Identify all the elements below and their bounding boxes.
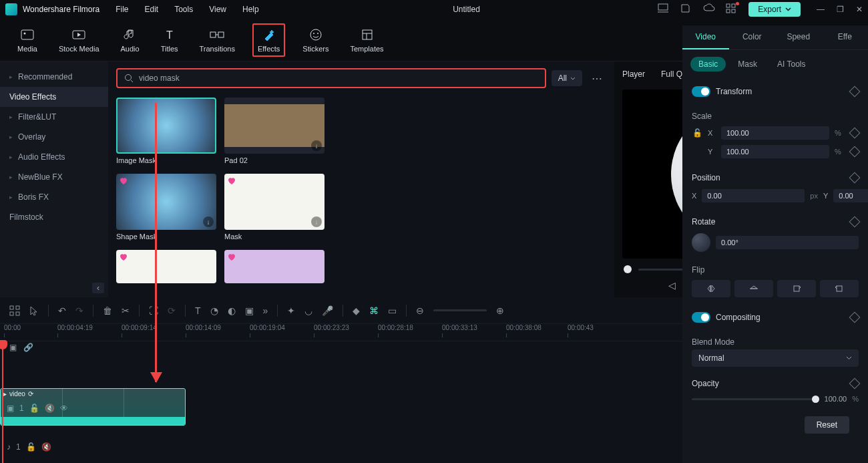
tab-effects[interactable]: Effects [252, 23, 285, 57]
tl-color-icon[interactable]: ◐ [228, 305, 236, 316]
svg-rect-6 [21, 30, 33, 39]
keyframe-icon[interactable] [849, 146, 861, 158]
tl-split-icon[interactable]: ✂ [122, 305, 130, 316]
tab-templates[interactable]: Templates [346, 25, 387, 55]
insp-tab-color[interactable]: Color [729, 25, 776, 49]
effect-image-mask[interactable]: Image Mask [116, 98, 216, 164]
insp-sub-basic[interactable]: Basic [690, 57, 726, 71]
window-minimize[interactable]: — [817, 5, 825, 14]
tl-redo-icon[interactable]: ↷ [75, 305, 83, 316]
flip-horizontal-button[interactable] [692, 280, 730, 297]
effect-item-6[interactable] [224, 250, 324, 283]
insp-tab-speed[interactable]: Speed [775, 25, 822, 49]
flip-rotate-cw-button[interactable] [777, 280, 816, 297]
device-icon[interactable] [658, 3, 670, 15]
insp-sub-ai-tools[interactable]: AI Tools [769, 57, 813, 71]
opacity-slider[interactable] [692, 398, 819, 400]
menu-tools[interactable]: Tools [174, 5, 193, 14]
effect-shape-mask[interactable]: ↓ Shape Mask [116, 174, 216, 241]
tl-mic-icon[interactable]: 🎤 [322, 305, 333, 316]
tab-transitions[interactable]: Transitions [196, 25, 239, 55]
keyframe-icon[interactable] [849, 378, 861, 390]
menu-file[interactable]: File [116, 5, 128, 14]
rotate-dial[interactable] [692, 233, 710, 252]
tl-magnet-icon[interactable]: ⌘ [369, 305, 379, 316]
tl-overflow-icon[interactable]: » [263, 305, 268, 316]
scale-y-input[interactable] [721, 145, 829, 158]
filter-all-dropdown[interactable]: All [552, 70, 582, 86]
tl-zoom-in-icon[interactable]: ⊕ [496, 305, 504, 316]
sidebar-item-video-effects[interactable]: Video Effects [0, 87, 108, 107]
sidebar-item-audio-effects[interactable]: ▸Audio Effects [0, 147, 108, 167]
timeline-clip[interactable]: ▸video⟳ [0, 388, 186, 426]
reset-button[interactable]: Reset [805, 416, 849, 434]
export-button[interactable]: Export [748, 2, 801, 17]
menu-view[interactable]: View [209, 5, 226, 14]
apps-grid-icon[interactable] [726, 3, 738, 15]
sidebar-collapse-button[interactable]: ‹ [92, 283, 104, 293]
rotate-input[interactable] [716, 236, 859, 249]
tab-titles[interactable]: TTitles [157, 25, 182, 55]
pos-x-input[interactable] [702, 189, 805, 202]
tl-undo-icon[interactable]: ↶ [58, 305, 66, 316]
tab-stickers[interactable]: Stickers [298, 25, 333, 55]
tl-delete-icon[interactable]: 🗑 [103, 305, 112, 316]
more-options-icon[interactable]: ⋯ [588, 72, 606, 85]
effect-mask[interactable]: ↓ Mask [224, 174, 324, 241]
menu-help[interactable]: Help [242, 5, 259, 14]
tl-cursor-icon[interactable] [29, 305, 39, 316]
transform-toggle[interactable] [692, 86, 710, 97]
sidebar-item-boris-fx[interactable]: ▸Boris FX [0, 187, 108, 207]
scale-x-input[interactable] [721, 126, 829, 140]
compositing-toggle[interactable] [692, 312, 710, 323]
tl-retime-icon[interactable]: ◔ [210, 305, 218, 316]
tl-speed-icon[interactable]: ⟳ [168, 305, 176, 316]
pos-y-input[interactable] [833, 189, 868, 202]
tl-zoom-slider[interactable] [433, 309, 487, 311]
sidebar-item-filmstock[interactable]: Filmstock [0, 207, 108, 227]
keyframe-icon[interactable] [849, 216, 861, 228]
insp-sub-mask[interactable]: Mask [730, 57, 765, 71]
window-close[interactable]: ✕ [856, 5, 863, 14]
tl-grid-icon[interactable] [9, 305, 20, 316]
tl-fit-icon[interactable]: ▣ [9, 343, 17, 352]
tl-marker-icon[interactable]: ◆ [353, 305, 360, 316]
sidebar-item-recommended[interactable]: ▸Recommended [0, 67, 108, 87]
tl-rect-icon[interactable]: ▭ [388, 305, 397, 316]
flip-vertical-button[interactable] [734, 280, 773, 297]
keyframe-icon[interactable] [849, 86, 861, 98]
tl-scale-icon[interactable]: ▣ [245, 305, 254, 316]
keyframe-icon[interactable] [849, 312, 861, 323]
window-maximize[interactable]: ❐ [837, 5, 844, 14]
tl-link-icon[interactable]: 🔗 [23, 343, 33, 352]
prev-edit-icon[interactable]: ◁ [668, 280, 676, 291]
track-mute-icon[interactable]: 🔇 [41, 442, 51, 452]
sidebar-item-filter-lut[interactable]: ▸Filter&LUT [0, 107, 108, 127]
menu-edit[interactable]: Edit [145, 5, 159, 14]
keyframe-icon[interactable] [849, 128, 861, 139]
sidebar-item-overlay[interactable]: ▸Overlay [0, 127, 108, 147]
effect-item-5[interactable] [116, 250, 216, 283]
tl-crop-icon[interactable]: ⛶ [149, 305, 158, 316]
scrub-playhead[interactable] [624, 265, 632, 273]
search-input[interactable] [139, 73, 538, 83]
cloud-icon[interactable] [703, 3, 715, 15]
sidebar-item-newblue-fx[interactable]: ▸NewBlue FX [0, 167, 108, 187]
lock-icon[interactable]: 🔓 [692, 128, 702, 138]
timeline-playhead[interactable] [2, 341, 3, 463]
blend-mode-dropdown[interactable]: Normal [692, 349, 859, 367]
save-icon[interactable] [680, 3, 692, 15]
keyframe-icon[interactable] [849, 172, 861, 184]
insp-tab-effects[interactable]: Effe [822, 25, 869, 49]
tl-sparkle-icon[interactable]: ✦ [287, 305, 295, 316]
insp-tab-video[interactable]: Video [682, 25, 729, 49]
tab-media[interactable]: Media [13, 25, 41, 55]
tl-shield-icon[interactable]: ◡ [304, 305, 312, 316]
tab-audio[interactable]: Audio [117, 25, 144, 55]
flip-rotate-ccw-button[interactable] [820, 280, 859, 297]
tl-text-icon[interactable]: T [195, 305, 201, 316]
tab-stock-media[interactable]: Stock Media [55, 25, 103, 55]
tl-zoom-out-icon[interactable]: ⊖ [416, 305, 424, 316]
effect-pad-02[interactable]: ↓ Pad 02 [224, 98, 324, 164]
track-lock-icon[interactable]: 🔓 [26, 442, 36, 452]
